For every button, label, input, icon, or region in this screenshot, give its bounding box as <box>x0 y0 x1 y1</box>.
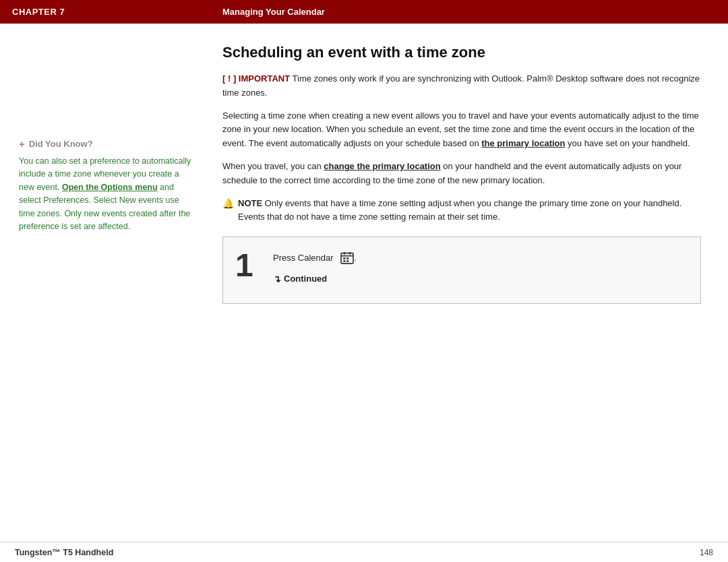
primary-location-link: the primary location <box>481 138 565 148</box>
svg-rect-7 <box>346 260 348 261</box>
continued-arrow-icon: ↴ <box>273 274 281 284</box>
note-icon: 🔔 <box>222 197 234 212</box>
calendar-icon: . <box>340 252 357 264</box>
did-you-know-heading: + Did You Know? <box>19 138 195 150</box>
body-para-2: When you travel, you can change the prim… <box>222 160 701 187</box>
svg-rect-6 <box>343 260 345 261</box>
plus-icon: + <box>19 138 25 150</box>
note-label: NOTE <box>238 198 262 208</box>
sidebar-link[interactable]: Open the Options menu <box>62 183 158 192</box>
body-para-1: Selecting a time zone when creating a ne… <box>222 109 701 151</box>
step-number: 1 <box>235 249 260 282</box>
sidebar-body: You can also set a preference to automat… <box>19 155 195 233</box>
note-box: 🔔 NOTE Only events that have a time zone… <box>222 197 701 224</box>
footer-page-number: 148 <box>700 548 713 557</box>
header-chapter: CHAPTER 7 <box>0 7 216 17</box>
change-location-link: change the primary location <box>324 161 440 171</box>
svg-rect-5 <box>346 257 348 259</box>
note-text: Only events that have a time zone settin… <box>238 198 681 222</box>
svg-rect-4 <box>343 257 345 259</box>
important-text: Time zones only work if you are synchron… <box>222 73 700 97</box>
important-bracket: [ ! ] <box>222 73 236 84</box>
main-layout: + Did You Know? You can also set a prefe… <box>0 24 728 542</box>
footer-brand: Tungsten™ T5 Handheld <box>15 548 113 557</box>
calendar-icon-superscript: . <box>355 254 357 262</box>
calendar-icon-svg <box>340 252 354 264</box>
important-box: [ ! ] IMPORTANT Time zones only work if … <box>222 72 701 99</box>
important-label: IMPORTANT <box>239 73 290 84</box>
header-bar: CHAPTER 7 Managing Your Calendar <box>0 0 728 24</box>
step-content: Press Calendar . <box>273 249 686 284</box>
step-box: 1 Press Calendar <box>222 237 701 304</box>
continued-label: ↴ Continued <box>273 274 686 284</box>
step-instruction: Press Calendar . <box>273 252 686 264</box>
content-area: Scheduling an event with a time zone [ !… <box>209 44 728 542</box>
header-title: Managing Your Calendar <box>216 7 728 17</box>
footer: Tungsten™ T5 Handheld 148 <box>0 542 728 562</box>
sidebar: + Did You Know? You can also set a prefe… <box>0 44 209 542</box>
page-title: Scheduling an event with a time zone <box>222 44 701 61</box>
